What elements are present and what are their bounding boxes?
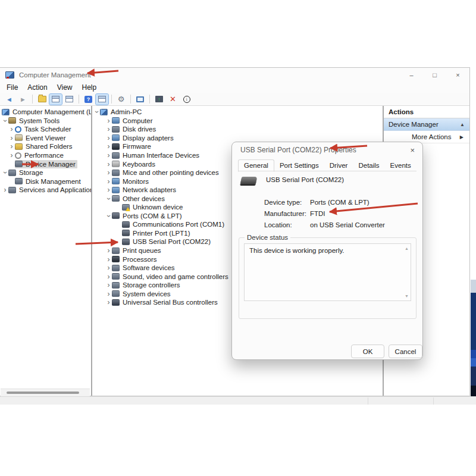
tree-item[interactable]: Computer Management (Local) xyxy=(0,108,91,117)
tree-item[interactable]: ›Computer xyxy=(92,117,383,126)
dialog-title-bar[interactable]: USB Serial Port (COM22) Properties × xyxy=(232,142,422,158)
tab-port-settings[interactable]: Port Settings xyxy=(274,160,324,171)
horizontal-scrollbar[interactable] xyxy=(1,389,90,396)
services-icon xyxy=(8,187,16,193)
tree-item[interactable]: ›Event Viewer xyxy=(0,134,91,143)
chevron-right-icon[interactable]: › xyxy=(105,126,112,132)
tree-item-label: USB Serial Port (COM22) xyxy=(133,238,211,245)
tree-item-label: Performance xyxy=(24,152,64,159)
console-tree-pane: Computer Management (Local)›System Tools… xyxy=(0,106,91,396)
tab-general[interactable]: General xyxy=(238,159,274,172)
menu-help[interactable]: Help xyxy=(77,83,102,92)
scan-hardware-changes-icon[interactable]: ↑ xyxy=(153,94,165,105)
hid-icon xyxy=(112,152,120,159)
tree-item[interactable]: ›Shared Folders xyxy=(0,142,91,151)
tree-item-label: Storage controllers xyxy=(123,281,180,289)
maximize-button[interactable]: □ xyxy=(423,68,446,82)
chevron-right-icon[interactable]: › xyxy=(105,256,112,262)
tree-item[interactable]: ›Admin-PC xyxy=(92,108,383,117)
monitor-icon xyxy=(112,117,120,124)
update-driver-icon[interactable]: ⚙ xyxy=(115,94,127,105)
tree-item-label: Device Manager xyxy=(26,161,76,168)
tree-item-label: Keyboards xyxy=(123,161,155,168)
tree-item[interactable]: ›Storage xyxy=(0,168,91,177)
chevron-right-icon[interactable]: › xyxy=(8,135,15,141)
dialog-close-icon[interactable]: × xyxy=(410,146,415,155)
chevron-right-icon[interactable]: › xyxy=(105,170,112,176)
chevron-down-icon[interactable]: › xyxy=(94,109,100,115)
chevron-right-icon[interactable]: › xyxy=(105,282,112,288)
tree-item[interactable]: Disk Management xyxy=(0,177,91,186)
tree-item-label: Other devices xyxy=(123,195,165,202)
computer-icon[interactable] xyxy=(134,94,146,105)
chevron-right-icon[interactable]: › xyxy=(105,143,112,149)
chevron-right-icon[interactable]: › xyxy=(105,248,112,253)
chevron-right-icon[interactable]: › xyxy=(105,135,112,141)
ok-button[interactable]: OK xyxy=(351,345,384,358)
menu-file[interactable]: File xyxy=(2,83,23,92)
chevron-down-icon[interactable]: › xyxy=(2,170,8,176)
back-icon[interactable]: ◄ xyxy=(3,94,15,105)
export-list-icon[interactable] xyxy=(36,94,48,105)
chevron-right-icon[interactable]: › xyxy=(105,161,112,167)
help-icon[interactable]: ? xyxy=(82,94,95,105)
tree-item[interactable]: ›System Tools xyxy=(0,117,91,126)
sound-icon xyxy=(112,273,120,280)
show-console-tree-icon[interactable] xyxy=(49,94,62,105)
scroll-up-icon[interactable]: ▲ xyxy=(405,246,409,250)
menu-action[interactable]: Action xyxy=(23,83,52,92)
chevron-down-icon[interactable]: › xyxy=(106,195,112,202)
chevron-right-icon[interactable]: › xyxy=(8,143,15,149)
tree-item-label: Ports (COM & LPT) xyxy=(123,212,182,220)
tree-item[interactable]: ›Display adapters xyxy=(92,134,383,143)
chevron-right-icon[interactable]: › xyxy=(105,265,112,271)
tree-item[interactable]: Device Manager xyxy=(0,159,91,168)
chevron-right-icon[interactable]: › xyxy=(105,187,112,193)
uninstall-device-icon: ✕ xyxy=(170,95,176,104)
chevron-right-icon[interactable]: › xyxy=(2,187,8,193)
tab-strip-rule xyxy=(238,171,416,171)
menu-view[interactable]: View xyxy=(52,83,77,92)
tree-item-label: System Tools xyxy=(19,117,60,124)
tab-details[interactable]: Details xyxy=(353,160,384,171)
cancel-button[interactable]: Cancel xyxy=(389,345,422,358)
actions-group-device-manager[interactable]: Device Manager ▲ xyxy=(384,118,469,131)
tree-item[interactable]: ›Disk drives xyxy=(92,125,383,134)
tree-item[interactable]: ›Performance xyxy=(0,151,91,160)
tab-events[interactable]: Events xyxy=(385,160,416,171)
show-action-pane-icon[interactable] xyxy=(96,94,108,105)
disable-device-icon[interactable]: ↓ xyxy=(180,94,193,105)
chevron-right-icon[interactable]: › xyxy=(105,299,112,305)
tree-item-content: Other devices xyxy=(112,195,167,203)
uninstall-device-icon[interactable]: ✕ xyxy=(167,94,179,105)
tree-item[interactable]: ›Task Scheduler xyxy=(0,125,91,134)
chevron-right-icon[interactable]: › xyxy=(105,291,112,297)
close-button[interactable]: × xyxy=(446,68,469,82)
tree-item-content: Storage xyxy=(8,168,45,177)
tree-item-content: Ports (COM & LPT) xyxy=(112,212,184,220)
chevron-right-icon[interactable]: › xyxy=(8,152,15,158)
tree-item-content: Computer Management (Local) xyxy=(2,108,91,116)
chevron-right-icon[interactable]: › xyxy=(105,274,112,280)
chevron-right-icon[interactable]: › xyxy=(105,152,112,158)
forward-icon[interactable]: ► xyxy=(17,94,29,105)
event-viewer-icon xyxy=(15,134,23,141)
scroll-down-icon[interactable]: ▼ xyxy=(405,294,409,298)
actions-group-label: Device Manager xyxy=(389,121,439,128)
minimize-button[interactable]: – xyxy=(400,68,423,82)
tree-item[interactable]: ›Services and Applications xyxy=(0,186,91,195)
chevron-right-icon[interactable]: › xyxy=(8,126,15,132)
properties-icon[interactable] xyxy=(63,94,76,105)
tree-item-label: Services and Applications xyxy=(19,186,91,193)
field-label: Location: xyxy=(264,221,310,228)
scrollbar-thumb[interactable] xyxy=(7,392,79,394)
tree-item-content: Performance xyxy=(15,151,65,159)
title-bar[interactable]: Computer Management –□× xyxy=(0,68,469,82)
tab-driver[interactable]: Driver xyxy=(324,160,353,171)
chevron-down-icon[interactable]: › xyxy=(2,117,8,124)
tree-item-content: Monitors xyxy=(112,177,151,186)
collapse-icon[interactable]: ▲ xyxy=(460,122,465,127)
chevron-down-icon[interactable]: › xyxy=(106,212,112,219)
chevron-right-icon[interactable]: › xyxy=(105,178,112,184)
chevron-right-icon[interactable]: › xyxy=(105,118,112,124)
